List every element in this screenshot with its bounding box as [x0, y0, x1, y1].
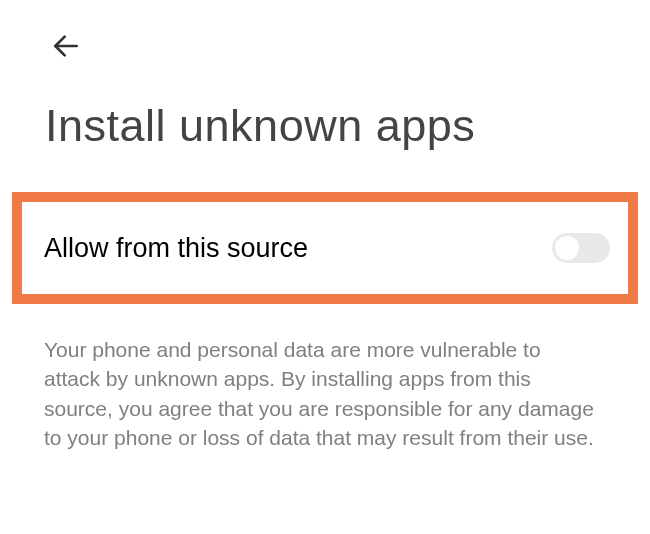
page-title: Install unknown apps — [45, 100, 475, 152]
allow-source-setting-row[interactable]: Allow from this source — [12, 192, 638, 304]
allow-source-toggle[interactable] — [552, 233, 610, 263]
warning-description: Your phone and personal data are more vu… — [44, 335, 602, 453]
back-button[interactable] — [48, 30, 84, 66]
back-arrow-icon — [50, 30, 82, 66]
allow-source-label: Allow from this source — [44, 233, 308, 264]
toggle-knob — [555, 236, 579, 260]
